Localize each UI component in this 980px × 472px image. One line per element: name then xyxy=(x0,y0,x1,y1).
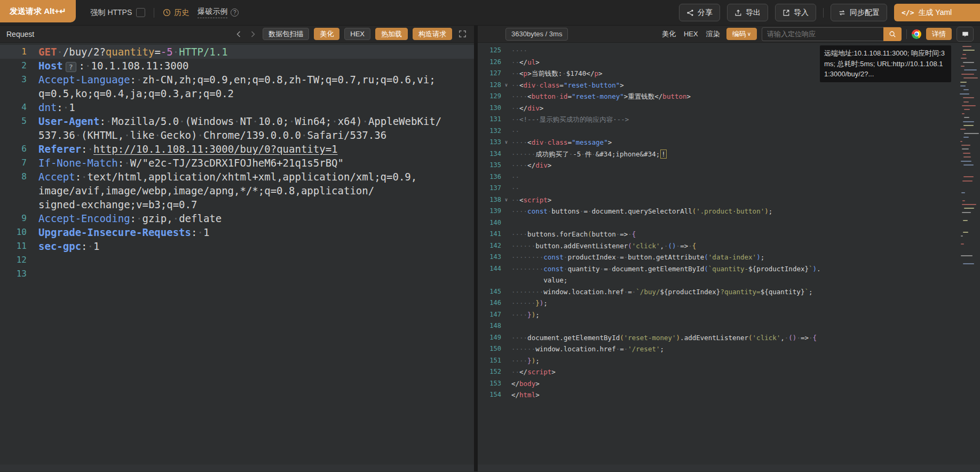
code-line[interactable]: 138∨··<script> xyxy=(478,194,980,206)
force-https-checkbox[interactable] xyxy=(136,8,145,17)
horizontal-scrollbar[interactable] xyxy=(0,465,474,471)
panel-resize-handle[interactable] xyxy=(474,26,478,471)
search-input[interactable] xyxy=(762,27,883,41)
code-line[interactable]: 134······成功购买了·-5·件·&#34;iphone&#34;! xyxy=(478,148,980,160)
code-line[interactable]: 152··</script> xyxy=(478,366,980,378)
code-line[interactable]: 131··<!--·显示购买成功的响应内容·--> xyxy=(478,114,980,125)
fold-icon[interactable]: ∨ xyxy=(501,137,511,148)
next-packet-button[interactable] xyxy=(248,29,258,39)
code-text: ··<!--·显示购买成功的响应内容·--> xyxy=(511,114,980,125)
code-line[interactable]: 135····</div> xyxy=(478,160,980,171)
hex-response-button[interactable]: HEX xyxy=(682,30,700,38)
code-line[interactable]: image/avif,image/webp,image/apng,*/*;q=0… xyxy=(0,184,474,198)
generate-yaml-button[interactable]: </> 生成 Yaml xyxy=(894,4,980,21)
prev-packet-button[interactable] xyxy=(234,29,243,39)
import-button[interactable]: 导入 xyxy=(775,4,816,21)
comment-button[interactable] xyxy=(957,27,974,42)
code-line[interactable]: signed-exchange;v=b3;q=0.7 xyxy=(0,198,474,211)
code-line[interactable]: 4dnt:·1 xyxy=(0,100,474,114)
request-title: Request xyxy=(6,30,34,38)
sync-config-button[interactable]: 同步配置 xyxy=(831,4,887,21)
main-split: Request 数据包扫描 美化 HEX 热加载 构造请求 1GET· xyxy=(0,26,980,471)
code-text: ········const·productIndex·=·button.getA… xyxy=(511,251,980,263)
code-line[interactable]: 13 xyxy=(0,267,474,281)
line-number: 139 xyxy=(478,206,501,217)
help-icon[interactable]: ? xyxy=(231,9,239,17)
fold-icon[interactable]: ∨ xyxy=(501,194,511,206)
code-line[interactable]: 150······window.location.href·=·'/reset'… xyxy=(478,343,980,355)
code-text: value; xyxy=(511,274,980,286)
line-number: 146 xyxy=(478,297,501,309)
line-number: 140 xyxy=(478,217,501,229)
blast-example-link[interactable]: 爆破示例 ? xyxy=(197,7,239,18)
code-line[interactable]: 136·· xyxy=(478,171,980,183)
code-line[interactable]: q=0.5,ko;q=0.4,ja;q=0.3,ar;q=0.2 xyxy=(0,86,474,100)
code-line[interactable]: 143········const·productIndex·=·button.g… xyxy=(478,251,980,263)
code-line[interactable]: 12 xyxy=(0,253,474,267)
packet-scan-button[interactable]: 数据包扫描 xyxy=(263,28,309,40)
code-line[interactable]: 1GET·/buy/2?quantity=-5·HTTP/1.1 xyxy=(0,45,474,59)
code-text: sec-gpc:·1 xyxy=(38,239,474,253)
code-line[interactable]: 6Referer:·http://10.1.108.11:3000/buy/0?… xyxy=(0,142,474,156)
code-line[interactable]: 2Host?:·10.1.108.11:3000 xyxy=(0,59,474,73)
code-line[interactable]: 11sec-gpc:·1 xyxy=(0,239,474,253)
send-request-button[interactable]: 发送请求 Alt+↵ xyxy=(0,0,76,22)
history-button[interactable]: 历史 xyxy=(163,8,189,18)
line-number: 2 xyxy=(0,59,27,73)
hotload-button[interactable]: 热加载 xyxy=(375,28,408,40)
request-editor[interactable]: 1GET·/buy/2?quantity=-5·HTTP/1.12Host?:·… xyxy=(0,43,474,471)
export-icon xyxy=(734,9,742,17)
code-line[interactable]: 146······}); xyxy=(478,297,980,309)
code-line[interactable]: 149····document.getElementById('reset-mo… xyxy=(478,332,980,344)
code-line[interactable]: 153</body> xyxy=(478,378,980,390)
share-button[interactable]: 分享 xyxy=(679,4,720,21)
code-line[interactable]: 140 xyxy=(478,217,980,229)
fold-icon[interactable]: ∨ xyxy=(501,80,511,91)
construct-request-button[interactable]: 构造请求 xyxy=(413,28,452,40)
line-number: 137 xyxy=(478,183,501,194)
render-response-button[interactable]: 渲染 xyxy=(705,29,722,39)
code-line[interactable]: 10Upgrade-Insecure-Requests:·1 xyxy=(0,225,474,239)
code-line[interactable]: 537.36·(KHTML,·like·Gecko)·Chrome/139.0.… xyxy=(0,128,474,142)
beautify-response-button[interactable]: 美化 xyxy=(660,29,677,39)
code-line[interactable]: 7If-None-Match:·W/"e2c-TJ/Z3cDRX1FOJheM6… xyxy=(0,156,474,170)
code-line[interactable]: 132·· xyxy=(478,125,980,137)
sync-config-label: 同步配置 xyxy=(850,8,880,18)
code-line[interactable]: 141····buttons.forEach(button·=>·{ xyxy=(478,229,980,240)
hex-request-button[interactable]: HEX xyxy=(344,28,370,40)
code-line[interactable]: 8Accept:·text/html,application/xhtml+xml… xyxy=(0,170,474,184)
chevron-right-icon xyxy=(250,30,256,38)
code-line[interactable]: 142······button.addEventListener('click'… xyxy=(478,240,980,252)
code-line[interactable]: 147····}); xyxy=(478,309,980,321)
line-number: 150 xyxy=(478,343,501,355)
horizontal-scrollbar[interactable] xyxy=(478,465,980,471)
beautify-request-button[interactable]: 美化 xyxy=(314,28,339,40)
code-text: ·· xyxy=(511,125,980,137)
details-button[interactable]: 详情 xyxy=(926,28,952,40)
search-button[interactable] xyxy=(883,27,902,41)
code-line[interactable]: 144········const·quantity·=·document.get… xyxy=(478,263,980,275)
code-line[interactable]: 154</html> xyxy=(478,389,980,401)
code-line[interactable]: 3Accept-Language:·zh-CN,zh;q=0.9,en;q=0.… xyxy=(0,73,474,86)
export-button[interactable]: 导出 xyxy=(727,4,768,21)
minimap[interactable] xyxy=(959,43,980,471)
code-text: ······button.addEventListener('click',·(… xyxy=(511,240,980,252)
code-line[interactable]: 9Accept-Encoding:·gzip,·deflate xyxy=(0,211,474,225)
code-line[interactable]: 130··</div> xyxy=(478,103,980,114)
code-line[interactable]: 139····const·buttons·=·document.querySel… xyxy=(478,206,980,217)
code-line[interactable]: 148 xyxy=(478,320,980,332)
code-line[interactable]: value; xyxy=(478,274,980,286)
code-text: </html> xyxy=(511,389,980,401)
fullscreen-button[interactable] xyxy=(457,29,468,40)
code-line[interactable]: 151····}); xyxy=(478,355,980,367)
code-line[interactable]: 129····<button·id="reset-money">重置钱数</bu… xyxy=(478,91,980,103)
code-line[interactable]: 145········window.location.href·=·`/buy/… xyxy=(478,286,980,298)
open-in-browser-button[interactable] xyxy=(912,29,921,39)
code-line[interactable]: 5User-Agent:·Mozilla/5.0·(Windows·NT·10.… xyxy=(0,114,474,128)
encode-dropdown[interactable]: 编码 ∨ xyxy=(726,28,757,40)
host-hint-badge[interactable]: ? xyxy=(66,62,76,72)
code-line[interactable]: 133∨····<div·class="message"> xyxy=(478,137,980,148)
line-number: 148 xyxy=(478,320,501,332)
code-line[interactable]: 137·· xyxy=(478,183,980,194)
response-editor[interactable]: 远端地址:10.1.108.11:3000; 响应时间:3ms; 总耗时:5ms… xyxy=(478,43,980,471)
